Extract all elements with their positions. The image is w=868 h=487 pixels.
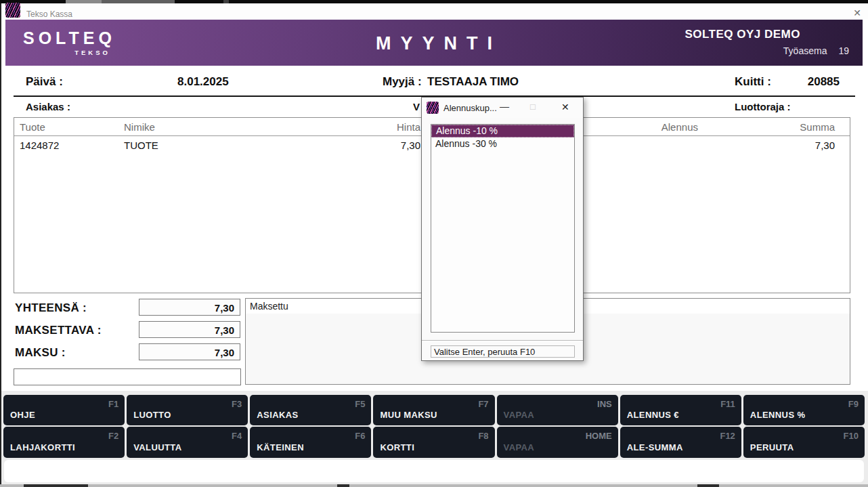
dialog-close-icon[interactable]: ✕ [561,102,569,112]
fkey-ohje[interactable]: OHJE F1 [3,395,125,425]
seller-label: Myyjä : [383,75,422,89]
fkey-alennus-euro[interactable]: ALENNUS € F11 [620,395,741,425]
workstation-number: 19 [838,45,849,56]
workstation-label: Työasema [783,45,827,56]
fkey-keycap: HOME [586,431,612,441]
discount-listbox: Alennus -10 % Alennus -30 % [431,124,575,333]
fkey-ale-summa[interactable]: ALE-SUMMA F12 [620,427,741,458]
window-titlebar[interactable]: Tekso Kassa ✕ [1,3,868,19]
paid-panel-title: Maksettu [250,301,288,312]
fkey-peruuta[interactable]: PERUUTA F10 [743,427,865,458]
fkey-vapaa-home: VAPAA HOME [497,427,618,458]
customer-label: Asiakas : [26,101,70,112]
background-window-edge-bottom [0,484,868,487]
fkey-label: ASIAKAS [257,410,298,420]
fkey-label: ALE-SUMMA [627,442,683,452]
fkey-label: KÄTEINEN [257,442,304,452]
col-header-discount: Alennus [617,121,698,133]
window-title: Tekso Kassa [26,9,72,19]
fkey-lahjakortti[interactable]: LAHJAKORTTI F2 [3,427,125,458]
fkey-valuutta[interactable]: VALUUTTA F4 [127,427,248,458]
fkey-alennus-prosentti[interactable]: ALENNUS % F9 [743,395,865,425]
fkey-keycap: F12 [720,431,735,441]
company-name: SOLTEQ OYJ DEMO [685,28,800,41]
tekso-kassa-window: Tekso Kassa ✕ SOLTEQ TEKSO MYYNTI SOLTEQ… [0,0,868,487]
fkey-keycap: F8 [478,431,488,441]
receipt-number: 20885 [779,75,840,89]
date-value: 8.01.2025 [177,75,229,89]
list-item-discount-30[interactable]: Alennus -30 % [431,137,574,150]
fkey-keycap: F2 [108,431,118,441]
cell-price: 7,30 [353,140,420,151]
fkey-kateinen[interactable]: KÄTEINEN F6 [250,427,371,458]
fkey-keycap: F1 [108,399,118,409]
payable-label: MAKSETTAVA : [15,324,102,337]
fkey-keycap: F3 [232,399,242,409]
fkey-label: OHJE [10,410,35,420]
fkey-luotto[interactable]: LUOTTO F3 [127,395,248,425]
fkey-keycap: INS [597,399,612,409]
fkey-asiakas[interactable]: ASIAKAS F5 [250,395,371,425]
function-key-row-2: LAHJAKORTTI F2 VALUUTTA F4 KÄTEINEN F6 K… [3,427,865,458]
fkey-vapaa-ins: VAPAA INS [497,395,618,425]
fkey-keycap: F9 [848,399,859,409]
dialog-maximize-icon: □ [530,102,536,112]
fkey-label: LUOTTO [133,410,171,420]
cell-product: 1424872 [20,140,59,151]
col-header-sum: Summa [754,121,835,133]
fkey-label: VALUUTTA [133,442,181,452]
payment-value-box: 7,30 [139,343,240,360]
fkey-label: ALENNUS % [750,410,806,420]
message-bar [4,460,864,482]
fkey-muu-maksu[interactable]: MUU MAKSU F7 [373,395,494,425]
col-header-name: Nimike [124,121,155,133]
col-header-price: Hinta [353,121,420,133]
background-window-edge-left [0,0,1,487]
col-header-product: Tuote [20,121,45,133]
payable-value-box: 7,30 [139,321,240,338]
total-value-box: 7,30 [139,299,240,316]
solteq-dialog-icon [427,102,439,114]
amount-entry-field[interactable] [14,368,241,385]
cell-sum: 7,30 [754,140,835,151]
dialog-separator [422,340,583,341]
fkey-label: VAPAA [504,410,535,420]
seller-value: TESTAAJA TIMO [427,75,519,89]
receipt-label: Kuitti : [735,75,771,89]
fkey-label: ALENNUS € [627,410,679,420]
fkey-label: PERUUTA [750,442,794,452]
fkey-keycap: F11 [720,399,735,409]
fkey-keycap: F5 [355,399,365,409]
date-label: Päivä : [26,75,63,89]
fkey-label: KORTTI [380,442,414,452]
fkey-keycap: F6 [355,431,365,441]
cell-name: TUOTE [124,140,158,151]
fkey-label: LAHJAKORTTI [10,442,75,452]
fkey-label: MUU MAKSU [380,410,437,420]
function-key-row-1: OHJE F1 LUOTTO F3 ASIAKAS F5 MUU MAKSU F… [3,395,865,425]
dialog-minimize-icon[interactable]: — [500,101,509,112]
discount-coupon-dialog: Alennuskup... — □ ✕ Alennus -10 % Alennu… [421,97,584,361]
dialog-status-text: Valitse Enter, peruuta F10 [431,345,575,358]
fkey-label: VAPAA [504,442,535,452]
window-close-icon[interactable]: ✕ [853,7,861,18]
workstation-info: Työasema19 [783,45,849,56]
fkey-kortti[interactable]: KORTTI F8 [373,427,494,458]
header-band: SOLTEQ TEKSO MYYNTI SOLTEQ OYJ DEMO Työa… [5,20,863,66]
function-key-grid: OHJE F1 LUOTTO F3 ASIAKAS F5 MUU MAKSU F… [3,395,865,459]
total-label: YHTEENSÄ : [15,301,87,315]
list-item-discount-10[interactable]: Alennus -10 % [431,125,574,137]
solteq-app-icon [5,3,20,18]
fkey-keycap: F10 [844,431,859,441]
fkey-keycap: F4 [232,431,242,441]
center-label-partial: V [413,101,420,112]
dialog-titlebar[interactable]: Alennuskup... — □ ✕ [422,98,583,118]
background-window-edge-top [0,0,868,3]
dialog-title: Alennuskup... [443,103,497,113]
payment-label: MAKSU : [15,346,66,360]
credit-limit-label: Luottoraja : [735,101,791,112]
fkey-keycap: F7 [478,399,488,409]
